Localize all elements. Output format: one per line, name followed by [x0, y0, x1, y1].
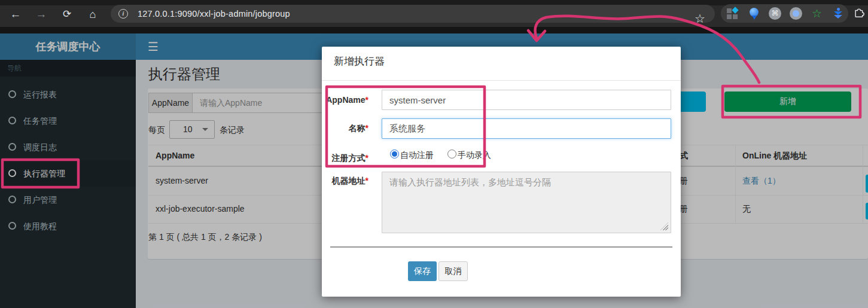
regtype-field-label: 注册方式* [322, 153, 368, 164]
manual-entry-radio[interactable] [447, 150, 456, 158]
address-bar[interactable]: i 127.0.0.1:9090/xxl-job-admin/jobgroup … [111, 5, 715, 23]
required-mark: * [366, 95, 368, 105]
name-input[interactable] [382, 118, 671, 139]
modal-header-divider [322, 80, 681, 81]
label-text: 注册方式 [332, 153, 366, 163]
required-mark: * [366, 123, 368, 133]
appname-field-label: AppName* [322, 95, 368, 105]
extensions-puzzle-icon[interactable] [853, 7, 866, 22]
auto-register-label[interactable]: 自动注册 [400, 150, 434, 161]
map-pin-extension-icon[interactable] [748, 7, 760, 20]
save-button[interactable]: 保存 [408, 261, 437, 281]
screen: ← → ⟳ ⌂ i 127.0.0.1:9090/xxl-job-admin/j… [0, 0, 868, 308]
manual-entry-label[interactable]: 手动录入 [458, 150, 491, 161]
site-info-icon[interactable]: i [118, 9, 128, 19]
label-text: 名称 [349, 123, 366, 133]
browser-forward-icon[interactable]: → [33, 7, 49, 22]
label-text: 机器地址 [332, 176, 366, 185]
modal-title: 新增执行器 [334, 54, 385, 68]
chevrons-extension-icon[interactable] [832, 7, 845, 20]
browser-reload-icon[interactable]: ⟳ [59, 7, 75, 22]
add-executor-modal: 新增执行器 AppName* 名称* 注册方式* 自动注册 手动录入 机器地址*… [322, 47, 681, 297]
machine-address-textarea[interactable] [382, 172, 671, 233]
bookmark-star-icon[interactable]: ☆ [692, 11, 708, 26]
browser-home-icon[interactable]: ⌂ [85, 7, 100, 22]
label-text: AppName [326, 95, 365, 105]
browser-toolbar: ← → ⟳ ⌂ i 127.0.0.1:9090/xxl-job-admin/j… [0, 0, 868, 27]
browser-back-icon[interactable]: ← [8, 7, 23, 22]
appname-input[interactable] [382, 90, 671, 110]
command-extension-icon[interactable]: ⌘ [769, 7, 781, 20]
auto-register-radio[interactable] [390, 150, 399, 158]
modal-footer-divider [330, 246, 672, 248]
address-field-label: 机器地址* [322, 176, 368, 187]
extensions-pill: ⌘ ☆ [721, 4, 848, 23]
name-field-label: 名称* [322, 123, 368, 134]
star-extension-icon[interactable]: ☆ [811, 7, 823, 20]
cancel-button[interactable]: 取消 [438, 261, 468, 281]
required-mark: * [366, 153, 368, 163]
required-mark: * [366, 176, 368, 185]
record-extension-icon[interactable] [790, 7, 802, 20]
grid-extension-icon[interactable] [726, 7, 739, 20]
url-text: 127.0.0.1:9090/xxl-job-admin/jobgroup [138, 5, 290, 23]
